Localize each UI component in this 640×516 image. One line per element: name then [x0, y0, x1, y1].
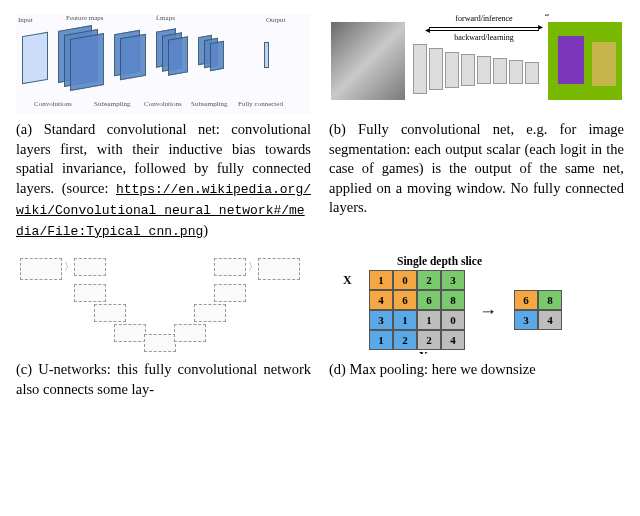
cell: 6 [514, 290, 538, 310]
cell: 8 [441, 290, 465, 310]
cell: 1 [417, 310, 441, 330]
backward-arrow-icon [429, 30, 539, 31]
figure-c-image: 〉 〉 [16, 254, 311, 354]
figure-b-input-image [331, 22, 405, 100]
caption-a-suffix: ) [203, 222, 208, 238]
figure-b-arrows: forward/inference backward/learning [429, 14, 539, 44]
caption-d: (d) Max pooling: here we downsize [329, 360, 624, 380]
figure-a-label-featuremaps: Feature maps [66, 14, 104, 23]
figure-a-image: Input Feature maps f.maps Output Convolu… [16, 14, 311, 114]
arrow-icon: 〉 [248, 260, 258, 274]
caption-c: (c) U-networks: this fully convolutional… [16, 360, 311, 399]
cell: 2 [393, 330, 417, 350]
arrow-right-icon: → [479, 299, 497, 323]
cell: 3 [441, 270, 465, 290]
cell: 4 [441, 330, 465, 350]
arrow-icon: 〉 [64, 260, 74, 274]
cell: 4 [369, 290, 393, 310]
figure-d-output-matrix: 6 8 3 4 [514, 290, 562, 330]
cell: 0 [393, 270, 417, 290]
figure-grid: Input Feature maps f.maps Output Convolu… [16, 14, 624, 399]
caption-a-label: (a) [16, 121, 32, 137]
cell: 1 [393, 310, 417, 330]
caption-b: (b) Fully convolutional net, e.g. for im… [329, 120, 624, 218]
cell: 1 [369, 270, 393, 290]
figure-a-label-conv: Convolutions [34, 100, 72, 109]
figure-d-image: Single depth slice X Y 1 0 2 3 4 6 6 8 [329, 254, 624, 354]
figure-b-pixelwise-label: pixelwise prediction [541, 14, 552, 16]
cell: 2 [417, 270, 441, 290]
figure-b-backward-label: backward/learning [429, 33, 539, 44]
figure-a-label-sub: Subsampling [94, 100, 131, 109]
cell: 6 [417, 290, 441, 310]
cell: 1 [369, 330, 393, 350]
figure-a-label-output: Output [266, 16, 285, 25]
panel-a: Input Feature maps f.maps Output Convolu… [16, 14, 311, 242]
cell: 3 [369, 310, 393, 330]
figure-b-segmentation-image [548, 22, 622, 100]
cell: 4 [538, 310, 562, 330]
figure-a-label-conv2: Convolutions [144, 100, 182, 109]
cell: 3 [514, 310, 538, 330]
caption-c-text: U-networks: this fully convolutional net… [16, 361, 311, 397]
figure-b-forward-label: forward/inference [429, 14, 539, 25]
panel-c: 〉 〉 (c) U-networks: this fully convoluti… [16, 254, 311, 399]
caption-b-text: Fully convolutional net, e.g. for image … [329, 121, 624, 215]
cell: 2 [417, 330, 441, 350]
caption-b-label: (b) [329, 121, 346, 137]
figure-d-x-label: X [343, 272, 352, 288]
panel-d: Single depth slice X Y 1 0 2 3 4 6 6 8 [329, 254, 624, 399]
caption-d-label: (d) [329, 361, 346, 377]
caption-c-label: (c) [16, 361, 32, 377]
caption-a: (a) Standard convolutional net: convolut… [16, 120, 311, 242]
figure-d-input-matrix: 1 0 2 3 4 6 6 8 3 1 1 0 1 [369, 270, 465, 350]
cell: 6 [393, 290, 417, 310]
figure-a-label-fc: Fully connected [238, 100, 283, 109]
caption-d-text: Max pooling: here we downsize [346, 361, 536, 377]
cell: 8 [538, 290, 562, 310]
figure-a-label-fmaps: f.maps [156, 14, 175, 23]
figure-a-label-input: Input [18, 16, 33, 25]
forward-arrow-icon [429, 27, 539, 28]
figure-b-image: forward/inference backward/learning pixe… [329, 14, 624, 114]
panel-b: forward/inference backward/learning pixe… [329, 14, 624, 242]
cell: 0 [441, 310, 465, 330]
figure-a-label-sub2: Subsampling [191, 100, 228, 109]
figure-d-title: Single depth slice [397, 254, 482, 270]
